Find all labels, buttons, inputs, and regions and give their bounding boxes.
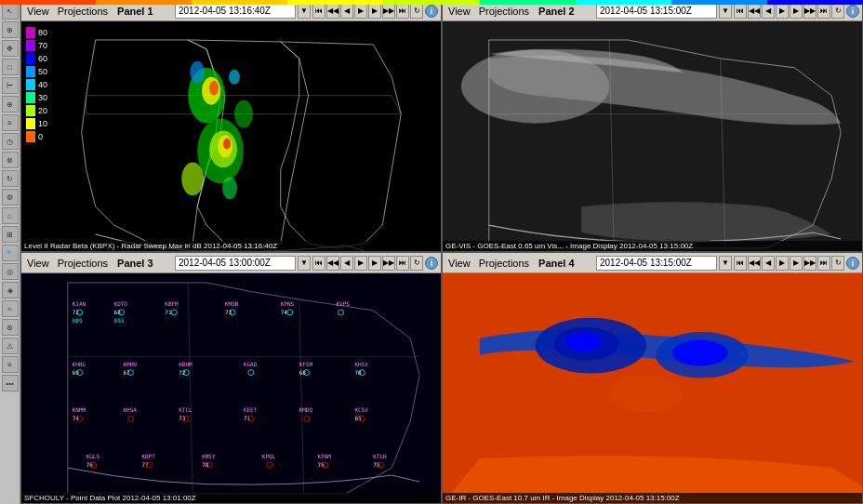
panel-1-play-btn[interactable]: ▶ — [354, 4, 367, 19]
panel-2-status: GE-VIS - GOES-East 0.65 um Vis... - Imag… — [443, 241, 862, 251]
panel-3-map-svg: KJAN 72 089 KDTO 68 093 KBFM 71 KMOB 73 … — [21, 273, 441, 503]
alert-icon[interactable]: ⚠ — [2, 338, 19, 354]
panel-1-next-btn[interactable]: ▶ — [368, 4, 381, 19]
panel-1-datetime-input[interactable] — [175, 4, 296, 19]
panel-3-prev-fast-btn[interactable]: ◀◀ — [326, 256, 339, 271]
panel-2-play-btn[interactable]: ▶ — [776, 4, 789, 19]
panel-2-prev-fast-btn[interactable]: ◀◀ — [748, 4, 761, 19]
panel-1-map-svg — [21, 21, 441, 251]
panel-3-play-btn[interactable]: ▶ — [354, 256, 367, 271]
panel-1-projections-menu[interactable]: Projections — [55, 6, 111, 17]
panel-4-last-btn[interactable]: ⏭ — [817, 256, 830, 271]
svg-point-91 — [609, 376, 684, 413]
panel-4-prev-btn[interactable]: ◀ — [762, 256, 775, 271]
globe-icon[interactable]: ⊗ — [2, 152, 19, 168]
panel-2-first-btn[interactable]: ⏮ — [734, 4, 747, 19]
panel-1-title: Panel 1 — [113, 6, 157, 17]
panel-3-datetime-input[interactable] — [175, 256, 296, 271]
svg-point-90 — [672, 340, 728, 366]
time-icon[interactable]: ◷ — [2, 133, 19, 150]
panel-2-last-btn[interactable]: ⏭ — [817, 4, 830, 19]
panel-4-projections-menu[interactable]: Projections — [476, 258, 532, 269]
panel-1-datetime-dropdown[interactable]: ▼ — [298, 4, 311, 19]
svg-text:KPAM: KPAM — [318, 453, 332, 459]
select-icon[interactable]: □ — [2, 59, 19, 75]
nav-icon[interactable]: ◎ — [2, 263, 19, 280]
panel-4-info-btn[interactable]: i — [846, 257, 859, 270]
panel-3-view-menu[interactable]: View — [24, 258, 52, 269]
panel-4-datetime-dropdown[interactable]: ▼ — [719, 256, 732, 271]
panel-4-prev-fast-btn[interactable]: ◀◀ — [748, 256, 761, 271]
svg-point-88 — [564, 333, 602, 351]
panel-2-datetime-dropdown[interactable]: ▼ — [719, 4, 732, 19]
panel-2-datetime-input[interactable] — [596, 4, 717, 19]
panel-3-loop-btn[interactable]: ↻ — [410, 256, 423, 271]
panel-1-first-btn[interactable]: ⏮ — [312, 4, 325, 19]
panel-4-toolbar: View Projections Panel 4 ▼ ⏮ ◀◀ ◀ ▶ ▶ ▶▶… — [443, 253, 862, 273]
panel-1-prev-fast-btn[interactable]: ◀◀ — [326, 4, 339, 19]
panel-1-next-fast-btn[interactable]: ▶▶ — [382, 4, 395, 19]
panel-1-info-btn[interactable]: i — [425, 5, 438, 18]
svg-text:KPNS: KPNS — [281, 300, 295, 307]
panel-2-title: Panel 2 — [535, 6, 578, 17]
panel-4-datetime-input[interactable] — [596, 256, 717, 271]
panel-4-next-btn[interactable]: ▶ — [790, 256, 803, 271]
panel-4-play-btn[interactable]: ▶ — [776, 256, 789, 271]
panel-1-prev-btn[interactable]: ◀ — [340, 4, 353, 19]
panel-3-next-btn[interactable]: ▶ — [368, 256, 381, 271]
panel-3-first-btn[interactable]: ⏮ — [312, 256, 325, 271]
radar-icon[interactable]: ◈ — [2, 282, 19, 298]
panel-1-loop-btn[interactable]: ↻ — [410, 4, 423, 19]
panel-2-next-fast-btn[interactable]: ▶▶ — [803, 4, 817, 19]
panel-4-loop-btn[interactable]: ↻ — [831, 256, 844, 271]
panel-3-datetime-dropdown[interactable]: ▼ — [298, 256, 311, 271]
panel-2-next-btn[interactable]: ▶ — [790, 4, 803, 19]
panel-3-status: SFCHOULY - Point Data Plot 2012-04-05 13… — [21, 493, 441, 503]
panel-3-last-btn[interactable]: ⏭ — [396, 256, 409, 271]
svg-text:KPQL: KPQL — [262, 453, 276, 459]
svg-text:093: 093 — [114, 317, 125, 324]
panel-4-view-menu[interactable]: View — [445, 258, 473, 269]
panel-2-loop-btn[interactable]: ↻ — [831, 4, 844, 19]
layer-icon[interactable]: ≡ — [2, 114, 19, 131]
panel-4-next-fast-btn[interactable]: ▶▶ — [803, 256, 817, 271]
panel-2-info-btn[interactable]: i — [846, 5, 859, 18]
panel-3: View Projections Panel 3 ▼ ⏮ ◀◀ ◀ ▶ ▶ ▶▶… — [20, 252, 442, 504]
panel-1-last-btn[interactable]: ⏭ — [396, 4, 409, 19]
sat-icon[interactable]: ⊛ — [2, 319, 19, 336]
svg-text:KTLH: KTLH — [373, 453, 387, 459]
tools-icon[interactable]: 🔧 — [2, 245, 19, 261]
settings-icon[interactable]: ⚙ — [2, 189, 19, 206]
panel-3-info-btn[interactable]: i — [425, 257, 438, 270]
zoom-icon[interactable]: ⊕ — [2, 21, 19, 38]
cursor-icon[interactable]: ↖ — [2, 3, 19, 20]
panel-3-title: Panel 3 — [113, 258, 157, 269]
svg-text:KEET: KEET — [244, 406, 258, 413]
panel-3-next-fast-btn[interactable]: ▶▶ — [382, 256, 395, 271]
home-icon[interactable]: ⌂ — [2, 207, 19, 224]
config-icon[interactable]: ≡ — [2, 356, 19, 373]
pan-icon[interactable]: ✥ — [2, 40, 19, 57]
panel-3-nav-group: ⏮ ◀◀ ◀ ▶ ▶ ▶▶ ⏭ ↻ — [312, 256, 423, 271]
svg-text:71: 71 — [165, 309, 172, 315]
panel-2-prev-btn[interactable]: ◀ — [762, 4, 775, 19]
loop-icon[interactable]: ↻ — [2, 170, 19, 187]
wind-icon[interactable]: ≈ — [2, 300, 19, 317]
panel-3-display: KJAN 72 089 KDTO 68 093 KBFM 71 KMOB 73 … — [21, 273, 441, 503]
measure-icon[interactable]: ⊢ — [2, 77, 19, 94]
svg-text:KHSA: KHSA — [124, 406, 138, 413]
panel-3-toolbar: View Projections Panel 3 ▼ ⏮ ◀◀ ◀ ▶ ▶ ▶▶… — [21, 253, 441, 273]
panel-4-first-btn[interactable]: ⏮ — [734, 256, 747, 271]
svg-text:KGAD: KGAD — [244, 361, 258, 367]
misc-icon[interactable]: ••• — [2, 375, 19, 391]
crosshair-icon[interactable]: ⊕ — [2, 96, 19, 113]
map-tools-icon[interactable]: ⊞ — [2, 226, 19, 243]
panel-3-prev-btn[interactable]: ◀ — [340, 256, 353, 271]
panel-2-projections-menu[interactable]: Projections — [476, 6, 532, 17]
panel-2-view-menu[interactable]: View — [445, 6, 473, 17]
svg-text:KMDQ: KMDQ — [299, 406, 313, 413]
svg-text:KBPT: KBPT — [141, 453, 155, 459]
svg-text:KNMM: KNMM — [73, 406, 86, 413]
panel-1-view-menu[interactable]: View — [24, 6, 52, 17]
panel-3-projections-menu[interactable]: Projections — [55, 258, 111, 269]
